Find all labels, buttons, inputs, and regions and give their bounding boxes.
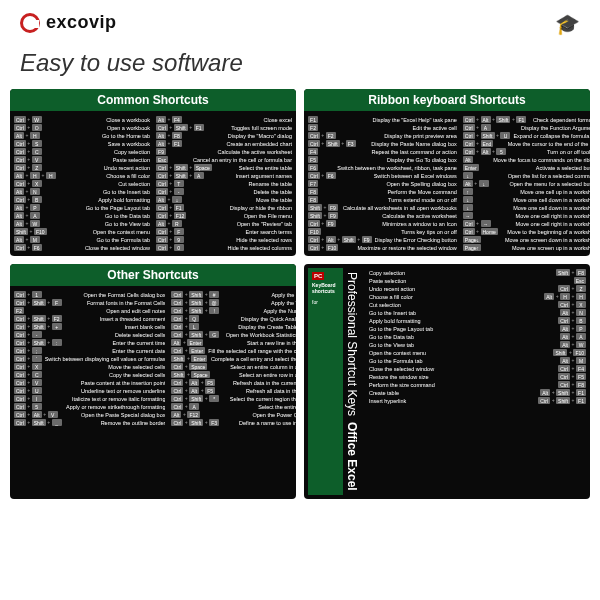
key-cap: F5 [308, 156, 318, 163]
shortcut-desc: Go to the View tab [369, 342, 557, 348]
key-cap: Ctrl [14, 244, 26, 251]
key-cap: F1 [576, 389, 586, 396]
key-cap: _ [52, 419, 62, 426]
shortcut-desc: Copy selection [369, 270, 553, 276]
key-cap: Home [481, 228, 498, 235]
shortcut-row: Ctrl+ZUndo recent action [369, 285, 586, 292]
key-cap: F6 [308, 164, 318, 171]
key-combo: Ctrl+Alt+F5 [171, 387, 215, 394]
key-cap: Ctrl [538, 397, 550, 404]
key-combo: → [463, 212, 473, 219]
shortcut-desc: Select the entire worksheet [202, 404, 296, 410]
shortcut-row: Ctrl+Alt+Shift+F1Check dependent formula… [463, 116, 590, 123]
key-cap: Z [576, 285, 586, 292]
shortcut-desc: Display the Error Checking button [375, 237, 457, 243]
shortcut-desc: Open the "Review" tab [185, 221, 292, 227]
key-cap: F1 [194, 124, 204, 131]
shortcut-desc: Open the context menu [369, 350, 550, 356]
key-cap: Shift [171, 371, 185, 378]
key-cap: F10 [308, 228, 321, 235]
shortcut-row: Ctrl+Alt+VOpen the Paste Special dialog … [14, 411, 165, 418]
shortcut-desc: Create table [369, 390, 537, 396]
shortcut-row: Ctrl+CCopy selection [14, 148, 150, 155]
shortcut-row: Ctrl+Shift+SpaceSelect the entire table [156, 164, 292, 171]
key-cap: Ctrl [156, 228, 168, 235]
key-combo: Ctrl+Shift+: [14, 339, 62, 346]
shortcut-row: Page↑Move one screen up in a worksheet [463, 244, 590, 251]
key-cap: F3 [209, 419, 219, 426]
key-combo: Ctrl+Shift+A [156, 172, 204, 179]
shortcut-desc: Enter the current date [45, 348, 166, 354]
shortcut-row: Ctrl+`Switch between displaying cell val… [14, 355, 165, 362]
key-combo: Ctrl+Alt+Shift+F9 [308, 236, 372, 243]
shortcut-row: F8Turns extend mode on or off [308, 196, 457, 203]
shortcut-row: F7Open the Spelling dialog box [308, 180, 457, 187]
key-combo: ↓ [463, 204, 473, 211]
shortcut-desc: Calculate all worksheets in all open wor… [341, 205, 457, 211]
key-combo: Ctrl+Home [463, 228, 498, 235]
shortcut-row: Ctrl+Shift+F3Define a name to use in ref… [171, 419, 296, 426]
key-cap: Ctrl [14, 339, 26, 346]
key-combo: ↓ [463, 172, 473, 179]
key-combo: Ctrl+X [558, 301, 586, 308]
key-combo: Alt+H+H [14, 172, 56, 179]
key-cap: ! [209, 307, 219, 314]
shortcut-desc: Apply bold formatting [369, 318, 555, 324]
key-combo: Ctrl+L [171, 323, 199, 330]
key-cap: Q [189, 315, 199, 322]
key-cap: Alt [560, 357, 570, 364]
key-cap: 5 [496, 148, 506, 155]
key-cap: Shift [556, 269, 570, 276]
key-cap: F5 [205, 379, 215, 386]
shortcut-desc: Close the selected window [45, 245, 150, 251]
key-cap: Shift [32, 323, 46, 330]
shortcut-desc: Insert argument names [207, 173, 292, 179]
key-cap: Ctrl [463, 220, 475, 227]
key-cap: Shift [174, 124, 188, 131]
key-combo: Alt+↓ [156, 196, 182, 203]
brand-name: excovip [46, 12, 117, 33]
shortcut-desc: Paste content at the insertion point [45, 380, 166, 386]
shortcut-row: Alt+H+HChoose a fill color [369, 293, 586, 300]
key-cap: B [576, 317, 586, 324]
key-cap: Alt [544, 293, 554, 300]
key-cap: X [576, 301, 586, 308]
key-cap: W [32, 116, 42, 123]
shortcut-desc: Repeat the last command or action [321, 149, 457, 155]
key-cap: End [481, 140, 494, 147]
side-text-2: Office Excel [345, 422, 359, 491]
shortcut-desc: Switch between the worksheet, ribbon, ta… [321, 165, 457, 171]
key-cap: → [463, 212, 473, 219]
key-combo: Ctrl+1 [14, 291, 42, 298]
shortcut-row: Alt+MGo to the Formula tab [369, 357, 586, 364]
shortcut-row: Ctrl+→Move one cell right in a worksheet [463, 220, 590, 227]
shortcut-row: Ctrl+Shift+GOpen the Workbook Statistics… [171, 331, 296, 338]
key-cap: Alt [189, 387, 199, 394]
key-cap: Ctrl [156, 212, 168, 219]
shortcut-desc: Go to the Formula tab [369, 358, 557, 364]
key-combo: Ctrl+F5 [558, 373, 586, 380]
key-cap: Ctrl [171, 387, 183, 394]
key-cap: 1 [32, 291, 42, 298]
key-cap: : [52, 339, 62, 346]
shortcut-row: Shift+F9Calculate the active worksheet [308, 212, 457, 219]
key-combo: Ctrl+Enter [171, 347, 205, 354]
shortcut-desc: Move one cell down in a worksheet [476, 205, 590, 211]
shortcut-row: Ctrl+F6Switch between all Excel windows [308, 172, 457, 179]
key-cap: F1 [308, 116, 318, 123]
shortcut-desc: Calculate the active worksheet [169, 149, 292, 155]
shortcut-desc: Turns key tips on or off [324, 229, 457, 235]
panel-common: Common Shortcuts Ctrl+WClose a workbookC… [10, 89, 296, 256]
key-cap: Alt [156, 220, 166, 227]
key-cap: M [30, 236, 40, 243]
shortcut-desc: Start a new line in the same cell [206, 340, 296, 346]
key-combo: ↓ [463, 196, 473, 203]
shortcut-desc: Display the Quick Analysis options [202, 316, 296, 322]
key-cap: Ctrl [156, 188, 168, 195]
header: excovip 🎓 [0, 0, 600, 41]
shortcut-desc: Select the entire table [215, 165, 292, 171]
key-cap: Esc [156, 156, 168, 163]
shortcut-row: Alt+H+HChoose a fill color [14, 172, 150, 179]
shortcut-desc: Switch between all Excel windows [339, 173, 457, 179]
key-combo: F4 [308, 148, 318, 155]
